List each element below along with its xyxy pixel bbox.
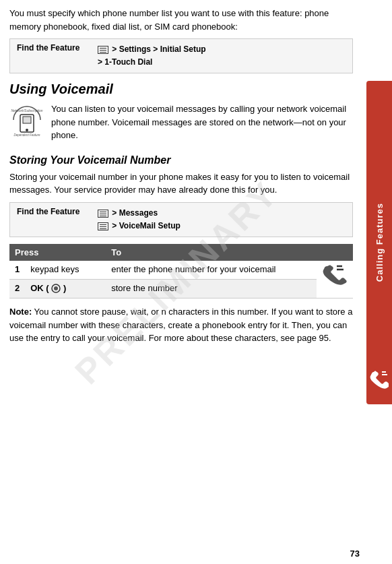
ok-key: OK (: [30, 283, 48, 293]
table-header: Press To: [9, 244, 353, 261]
col-to: To: [106, 244, 317, 261]
network-icon: Network/Subscription Dependent Feature: [9, 102, 44, 137]
step-2-num: 2: [9, 279, 25, 298]
find-feature-path-2-line1: > Messages: [112, 208, 158, 218]
phone-icon: [370, 371, 389, 392]
storing-body: Storing your voicemail number in your ph…: [9, 170, 353, 197]
storing-heading: Storing Your Voicemail Number: [9, 154, 353, 166]
press-table: Press To 1 keypad keys enter the phone n…: [9, 244, 353, 299]
network-subscription-svg: Network/Subscription Dependent Feature: [9, 102, 44, 137]
find-feature-path-1-line1: > Settings > Initial Setup: [112, 44, 205, 54]
page-number: 73: [350, 549, 360, 559]
menu-icon-1: [98, 46, 108, 54]
side-tab: Calling Features: [366, 81, 392, 404]
find-feature-path-1: > Settings > Initial Setup > 1-Touch Dia…: [98, 43, 206, 69]
find-feature-label-2: Find the Feature: [17, 207, 91, 216]
table-row: 2 OK ( ) store the number: [9, 279, 353, 298]
svg-rect-3: [23, 117, 31, 123]
note-body: You cannot store pause, wait, or n chara…: [9, 307, 352, 343]
find-feature-box-2: Find the Feature > Messages > VoiceMail …: [9, 202, 353, 237]
step-1-num: 1: [9, 261, 25, 279]
find-feature-label-1: Find the Feature: [17, 43, 91, 53]
note-text: Note: You cannot store pause, wait, or n…: [9, 305, 353, 345]
col-press: Press: [9, 244, 106, 261]
ok-button-icon: [51, 284, 61, 293]
step-1-press: keypad keys: [25, 261, 106, 279]
intro-text: You must specify which phone number list…: [9, 7, 353, 33]
phone-table-svg: [322, 264, 348, 292]
find-feature-path-2: > Messages > VoiceMail Setup: [98, 207, 181, 232]
col-icon-header: [317, 244, 353, 261]
svg-point-4: [26, 129, 28, 131]
find-feature-path-2-line2: > VoiceMail Setup: [112, 221, 180, 230]
find-feature-path-1-line2: > 1-Touch Dial: [98, 57, 152, 67]
phone-table-icon: [317, 261, 353, 299]
find-feature-box-1: Find the Feature > Settings > Initial Se…: [9, 38, 353, 73]
svg-point-10: [54, 286, 58, 290]
page-container: PRELIMINARY Calling Features You must sp…: [0, 0, 392, 564]
step-2-press: OK ( ): [25, 279, 106, 298]
voicemail-heading: Using Voicemail: [9, 82, 353, 97]
voicemail-feature-row: Network/Subscription Dependent Feature Y…: [9, 102, 353, 148]
step-1-to: enter the phone number for your voicemai…: [106, 261, 317, 279]
main-content: You must specify which phone number list…: [9, 7, 383, 345]
note-label: Note:: [9, 307, 32, 317]
voicemail-body: You can listen to your voicemail message…: [51, 102, 353, 142]
step-2-to: store the number: [106, 279, 317, 298]
menu-icon-2: [98, 210, 108, 218]
menu-icon-3: [98, 222, 108, 230]
svg-text:Dependent Feature: Dependent Feature: [14, 133, 40, 137]
table-body: 1 keypad keys enter the phone number for…: [9, 261, 353, 299]
side-tab-label: Calling Features: [374, 203, 385, 282]
svg-text:Network/Subscription: Network/Subscription: [11, 108, 42, 113]
table-row: 1 keypad keys enter the phone number for…: [9, 261, 353, 279]
ok-key-close: ): [63, 283, 66, 293]
